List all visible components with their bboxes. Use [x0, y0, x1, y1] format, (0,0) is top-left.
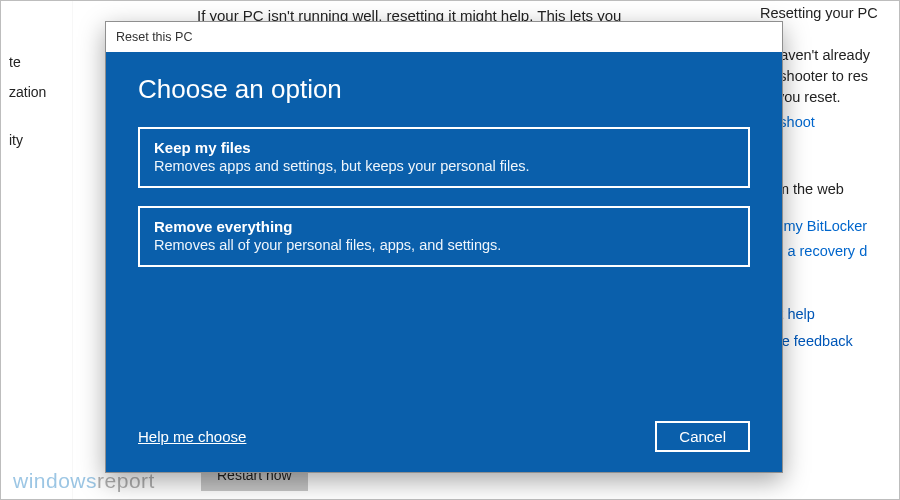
- nav-item-fragment[interactable]: ity: [1, 125, 72, 155]
- help-me-choose-link[interactable]: Help me choose: [138, 428, 246, 445]
- option-keep-my-files[interactable]: Keep my files Removes apps and settings,…: [138, 127, 750, 188]
- dialog-body: Choose an option Keep my files Removes a…: [106, 52, 782, 472]
- dialog-heading: Choose an option: [138, 74, 750, 105]
- option-title: Remove everything: [154, 218, 734, 235]
- settings-window: te zation ity If your PC isn't running w…: [0, 0, 900, 500]
- settings-nav-sidebar: te zation ity: [1, 1, 73, 499]
- dialog-titlebar: Reset this PC: [106, 22, 782, 52]
- cancel-button[interactable]: Cancel: [655, 421, 750, 452]
- dialog-footer: Help me choose Cancel: [138, 421, 750, 452]
- option-description: Removes apps and settings, but keeps you…: [154, 158, 734, 174]
- option-title: Keep my files: [154, 139, 734, 156]
- reset-pc-dialog: Reset this PC Choose an option Keep my f…: [105, 21, 783, 473]
- option-description: Removes all of your personal files, apps…: [154, 237, 734, 253]
- nav-item-fragment[interactable]: te: [1, 47, 72, 77]
- option-remove-everything[interactable]: Remove everything Removes all of your pe…: [138, 206, 750, 267]
- nav-item-fragment[interactable]: zation: [1, 77, 72, 107]
